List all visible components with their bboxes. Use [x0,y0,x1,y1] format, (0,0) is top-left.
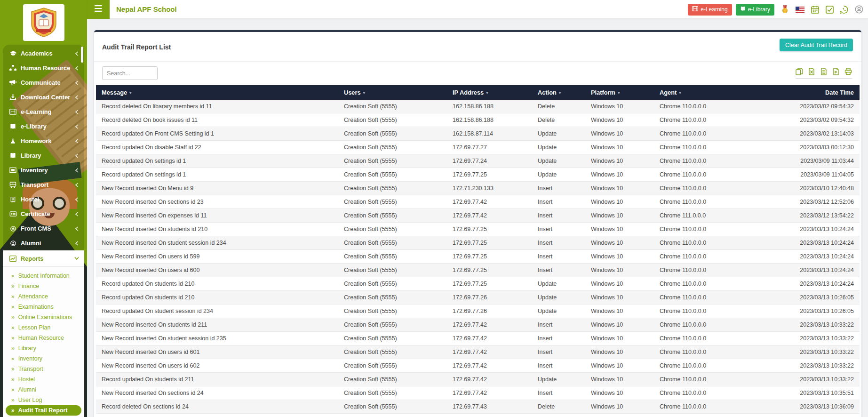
cell-agent: Chrome 110.0.0.0 [654,100,790,113]
column-header-agent[interactable]: Agent▾ [654,85,790,100]
column-header-users[interactable]: Users▾ [338,85,447,100]
sidebar-item-hostel[interactable]: Hostel [3,192,84,207]
table-row: Record updated On settings id 1Creation … [96,154,860,168]
submenu-item-human-resource[interactable]: »Human Resource [3,333,84,343]
sidebar-item-download-center[interactable]: Download Center [3,90,84,104]
building-icon [9,196,17,202]
submenu-item-library[interactable]: »Library [3,343,84,353]
medal-icon[interactable] [781,5,789,14]
profile-icon[interactable] [855,5,863,14]
cell-platform: Windows 10 [585,223,654,236]
table-row: New Record inserted On expenses id 11Cre… [96,209,860,223]
sidebar-item-e-library[interactable]: e-Library [3,119,84,134]
bus-icon [9,182,17,188]
excel-icon[interactable] [808,68,815,75]
card-title: Audit Trail Report List [102,43,171,51]
elibrary-button[interactable]: e-Library [736,4,774,16]
pdf-icon[interactable] [832,68,840,75]
print-icon[interactable] [844,68,852,75]
cell-ip: 172.69.77.25 [447,236,532,250]
sidebar-item-reports[interactable]: Reports [3,250,84,266]
cell-ip: 172.69.77.43 [447,400,532,414]
submenu-item-alumni[interactable]: »Alumni [3,385,84,395]
cell-agent: Chrome 110.0.0.0 [654,318,790,332]
cell-message: Record deleted On sections id 24 [96,400,338,414]
submenu-item-examinations[interactable]: »Examinations [3,302,84,312]
cell-users: Creation Soft (5555) [338,345,447,359]
column-header-ip[interactable]: IP Address▾ [447,85,532,100]
cell-ip: 172.69.77.24 [447,154,532,168]
sidebar-item-label: Download Center [21,94,75,101]
submenu-item-audit-trail-report[interactable]: »Audit Trail Report [6,405,81,416]
approve-leave-icon[interactable] [826,6,834,14]
submenu-item-hostel[interactable]: »Hostel [3,374,84,385]
column-header-action[interactable]: Action▾ [532,85,585,100]
submenu-item-lesson-plan[interactable]: »Lesson Plan [3,322,84,333]
csv-icon[interactable] [820,68,828,75]
sidebar-item-homework[interactable]: Homework [3,134,84,148]
cell-platform: Windows 10 [585,345,654,359]
clear-audit-trail-button[interactable]: Clear Audit Trail Record [780,39,853,51]
hamburger-icon [95,5,102,14]
sidebar-item-alumni[interactable]: Alumni [3,236,84,250]
elearning-button[interactable]: e-Learning [688,4,732,16]
search-input[interactable] [102,66,158,80]
cell-action: Update [532,305,585,318]
cell-ip: 162.158.87.114 [447,127,532,141]
cell-agent: Chrome 110.0.0.0 [654,386,790,400]
sidebar-item-inventory[interactable]: Inventory [3,163,84,177]
cell-platform: Windows 10 [585,359,654,373]
cell-message: New Record inserted On student session i… [96,332,338,345]
submenu-item-online-examinations[interactable]: »Online Examinations [3,312,84,322]
sidebar-item-human-resource[interactable]: Human Resource [3,61,84,75]
cell-datetime: 2023/03/13 10:24:24 [790,223,860,236]
sitemap-icon [9,65,17,71]
cell-platform: Windows 10 [585,291,654,305]
cell-message: Record updated On disable Staff id 22 [96,141,338,154]
us-flag-icon[interactable] [796,7,804,13]
cell-action: Insert [532,264,585,277]
cell-action: Insert [532,345,585,359]
sidebar-item-front-cms[interactable]: Front CMS [3,221,84,236]
submenu-item-student-information[interactable]: »Student Information [3,271,84,281]
cell-datetime: 2023/03/12 13:54:22 [790,209,860,223]
submenu-item-attendance[interactable]: »Attendance [3,291,84,302]
cell-platform: Windows 10 [585,386,654,400]
sidebar-toggle-button[interactable] [87,0,110,19]
double-chevron-icon: » [11,407,15,414]
cell-agent: Chrome 110.0.0.0 [654,141,790,154]
cell-agent: Chrome 110.0.0.0 [654,236,790,250]
sidebar-item-certificate[interactable]: Certificate [3,207,84,221]
double-chevron-icon: » [11,273,15,279]
school-logo[interactable] [23,4,64,41]
calendar-icon[interactable] [811,6,819,14]
submenu-item-label: Human Resource [18,335,64,341]
table-row: New Record inserted On users id 601Creat… [96,345,860,359]
cell-ip: 172.69.77.42 [447,373,532,386]
cell-action: Update [532,373,585,386]
sidebar-item-library[interactable]: Library [3,148,84,163]
cell-agent: Chrome 110.0.0.0 [654,168,790,182]
column-header-message[interactable]: Message▾ [96,85,338,100]
cell-users: Creation Soft (5555) [338,386,447,400]
sidebar-item-transport[interactable]: Transport [3,177,84,192]
cell-ip: 172.69.77.25 [447,223,532,236]
submenu-item-user-log[interactable]: »User Log [3,395,84,405]
copy-icon[interactable] [796,68,803,75]
sidebar-item-communicate[interactable]: Communicate [3,75,84,90]
sidebar-scrollbar-thumb[interactable] [81,47,83,63]
whatsapp-icon[interactable] [840,6,848,14]
column-header-platform[interactable]: Platform▾ [585,85,654,100]
chevron-left-icon [75,110,79,114]
elibrary-label: e-Library [748,6,770,13]
submenu-item-transport[interactable]: »Transport [3,364,84,374]
submenu-item-inventory[interactable]: »Inventory [3,353,84,364]
table-row: New Record inserted On student session i… [96,236,860,250]
cell-agent: Chrome 110.0.0.0 [654,400,790,414]
sidebar-item-e-learning[interactable]: e-Learning [3,104,84,119]
double-chevron-icon: » [11,324,15,331]
cell-action: Insert [532,236,585,250]
submenu-item-finance[interactable]: »Finance [3,281,84,291]
cell-action: Delete [532,113,585,127]
sidebar-item-academics[interactable]: Academics [3,46,84,61]
